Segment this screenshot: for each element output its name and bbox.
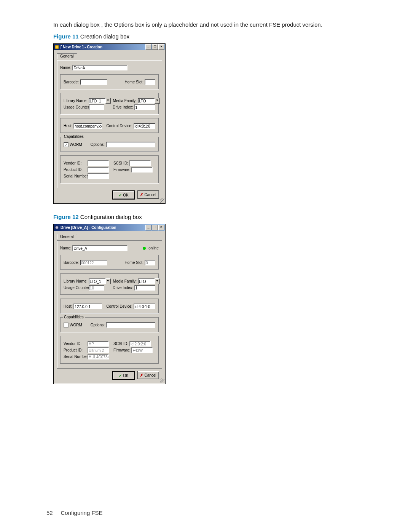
chevron-down-icon: ▼ [105, 278, 111, 284]
product-id-field: Ultrium 2-SCSI [88, 347, 109, 353]
app-icon [54, 45, 59, 50]
firmware-field[interactable] [131, 167, 153, 173]
svg-rect-0 [55, 45, 59, 49]
worm-checkbox[interactable] [64, 323, 68, 328]
figure-12-caption: Figure 12 Configuration dialog box [53, 214, 396, 220]
home-slot-field[interactable] [145, 79, 155, 85]
barcode-label: Barcode: [64, 80, 79, 84]
barcode-field: 000122 [80, 260, 107, 265]
options-field[interactable] [106, 322, 155, 328]
tab-panel: Name: DriveA Barcode: Home Slot: Library… [57, 60, 162, 188]
usage-counter-label: Usage Counter: [64, 286, 88, 290]
title-text: [ New Drive ] - Creation [61, 45, 145, 49]
usage-counter-label: Usage Counter: [64, 105, 88, 109]
worm-label: WORM [70, 323, 82, 327]
library-name-label: Library Name: [64, 279, 88, 283]
library-name-combo[interactable]: LTO_1▼ [89, 98, 111, 104]
scsi-id-field[interactable] [129, 160, 151, 166]
media-family-label: Media Family: [113, 279, 137, 283]
library-group: Library Name: LTO_1▼ Media Family: LTO▼ … [60, 273, 159, 295]
control-device-label: Control Device: [106, 304, 132, 308]
home-slot-label: Home Slot: [125, 80, 143, 84]
cancel-button[interactable]: ✗Cancel [137, 190, 159, 199]
maximize-button[interactable]: □ [152, 44, 158, 50]
barcode-field[interactable] [80, 79, 107, 85]
tab-panel: Name: Drive_A online Barcode: 000122 Hom… [57, 240, 162, 369]
check-icon: ✓ [119, 193, 122, 197]
control-device-field[interactable]: id:4:0:1:0 [134, 304, 155, 309]
media-family-combo[interactable]: LTO▼ [138, 98, 160, 104]
host-label: Host: [64, 304, 72, 308]
product-id-field[interactable] [88, 167, 109, 173]
host-group: Host: 127.0.0.1 Control Device: id:4:0:1… [60, 299, 159, 313]
minimize-button[interactable]: _ [145, 44, 151, 50]
worm-checkbox[interactable]: ✓ [64, 142, 68, 147]
name-field[interactable]: Drive_A [72, 245, 127, 251]
cancel-button[interactable]: ✗Cancel [137, 371, 159, 379]
chevron-down-icon: ▼ [155, 278, 160, 284]
chevron-down-icon: ▼ [155, 98, 160, 104]
cross-icon: ✗ [140, 373, 143, 377]
drive-index-label: Drive Index: [113, 105, 133, 109]
library-name-combo[interactable]: LTO_1▼ [89, 278, 111, 284]
vendor-id-field[interactable] [88, 160, 109, 166]
figure-number: Figure 11 [53, 33, 79, 40]
scsi-id-label: SCSI ID: [113, 342, 128, 346]
chevron-down-icon: ▼ [105, 98, 111, 104]
firmware-label: Firmware: [113, 168, 130, 172]
host-group: Host: host.company.com Control Device: i… [60, 118, 159, 133]
ok-button[interactable]: ✓OK [112, 371, 135, 380]
status-dot-icon [143, 247, 146, 250]
drive-index-label: Drive Index: [113, 286, 133, 290]
serial-number-label: Serial Number: [64, 174, 86, 178]
figure-11-caption: Figure 11 Creation dialog box [53, 33, 396, 40]
capabilities-legend: Capabilities [63, 315, 85, 319]
creation-dialog: [ New Drive ] - Creation _ □ × General N… [53, 43, 166, 204]
close-button[interactable]: × [158, 44, 164, 50]
host-field[interactable]: 127.0.0.1 [73, 304, 102, 309]
ok-button[interactable]: ✓OK [112, 190, 135, 200]
options-field[interactable] [106, 142, 155, 147]
titlebar[interactable]: Drive [Drive_A] - Configuration _ □ × [54, 224, 165, 231]
serial-number-label: Serial Number: [64, 355, 86, 359]
title-text: Drive [Drive_A] - Configuration [61, 225, 145, 230]
control-device-field[interactable]: id:4:0:1:0 [134, 123, 155, 129]
barcode-group: Barcode: 000122 Home Slot: 0 [60, 255, 159, 270]
options-label: Options: [91, 323, 105, 327]
firmware-label: Firmware: [113, 348, 130, 352]
tab-general[interactable]: General [57, 234, 77, 239]
resize-grip[interactable] [160, 198, 164, 203]
name-field[interactable]: DriveA [72, 65, 127, 70]
drive-index-field[interactable]: 1 [134, 104, 155, 110]
usage-counter-field[interactable] [89, 104, 104, 110]
home-slot-field: 0 [145, 260, 155, 265]
capabilities-legend: Capabilities [63, 134, 85, 139]
resize-grip[interactable] [160, 379, 164, 383]
vendor-id-label: Vendor ID: [64, 161, 86, 165]
tab-general[interactable]: General [57, 53, 77, 59]
control-device-label: Control Device: [106, 124, 132, 128]
close-button[interactable]: × [158, 225, 164, 230]
scsi-id-label: SCSI ID: [113, 161, 128, 165]
product-id-label: Product ID: [64, 168, 86, 172]
titlebar[interactable]: [ New Drive ] - Creation _ □ × [54, 44, 165, 50]
capabilities-group: Capabilities ✓ WORM Options: [60, 137, 159, 152]
usage-counter-field: 10 [89, 285, 104, 291]
serial-number-field[interactable] [88, 173, 109, 179]
app-icon [54, 225, 59, 230]
status-text: online [148, 246, 159, 250]
scsi-id-field: id:2:0:2:0 [129, 341, 151, 347]
minimize-button[interactable]: _ [145, 225, 151, 230]
library-name-label: Library Name: [64, 99, 88, 103]
product-id-label: Product ID: [64, 348, 86, 352]
maximize-button[interactable]: □ [152, 225, 158, 230]
configuration-dialog: Drive [Drive_A] - Configuration _ □ × Ge… [53, 224, 166, 384]
media-family-combo[interactable]: LTO▼ [138, 278, 160, 284]
options-label: Options: [91, 142, 105, 147]
vendor-group: Vendor ID: SCSI ID: Product ID: Firmware… [60, 155, 159, 183]
vendor-id-field: HP [88, 341, 109, 347]
host-field[interactable]: host.company.com [73, 123, 102, 129]
figure-title-text: Creation dialog box [80, 33, 129, 40]
drive-index-field[interactable]: 1 [134, 285, 155, 291]
media-family-label: Media Family: [113, 99, 137, 103]
